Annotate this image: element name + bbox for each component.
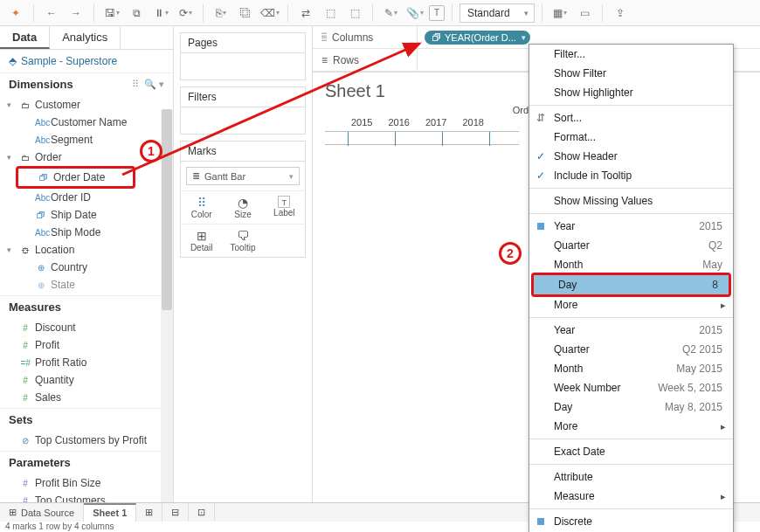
scrollbar-thumb[interactable]	[162, 109, 172, 310]
tab-data[interactable]: Data	[0, 26, 50, 49]
callout-2: 2	[499, 242, 522, 265]
menu-exact-date[interactable]: Exact Date	[529, 442, 733, 461]
mark-type-dropdown[interactable]: ≣Gantt Bar ▾	[186, 167, 300, 185]
share-icon[interactable]: ⇪	[610, 3, 631, 24]
field-customer-name[interactable]: AbcCustomer Name	[0, 114, 173, 131]
measures-header: Measures	[0, 295, 173, 317]
marks-label-button[interactable]: TLabel	[264, 190, 305, 224]
tab-sheet1[interactable]: Sheet 1	[84, 503, 136, 522]
swap-icon[interactable]: ⇄	[295, 3, 316, 24]
menu-format[interactable]: Format...	[529, 128, 733, 147]
columns-icon: ⦙⦙⦙	[321, 31, 327, 44]
pause-updates-icon[interactable]: ⏸	[150, 3, 171, 24]
fit-dropdown[interactable]: Standard	[459, 3, 535, 23]
menu-year-part[interactable]: Year2015	[529, 217, 733, 236]
pill-year-order-date[interactable]: 🗇 YEAR(Order D...	[425, 31, 530, 45]
menu-show-highlighter[interactable]: Show Highlighter	[529, 83, 733, 102]
menu-week-trunc[interactable]: Week NumberWeek 5, 2015	[529, 378, 733, 397]
sort-asc-icon[interactable]: ⬚	[320, 3, 341, 24]
menu-more-part[interactable]: More	[529, 295, 733, 314]
menu-quarter-part[interactable]: QuarterQ2	[529, 236, 733, 255]
menu-filter[interactable]: Filter...	[529, 45, 733, 64]
parameters-header: Parameters	[0, 451, 173, 473]
menu-day-part[interactable]: Day8	[534, 275, 729, 294]
filters-card[interactable]: Filters	[180, 86, 306, 135]
back-icon[interactable]: ←	[41, 3, 62, 24]
new-dashboard-button[interactable]: ⊟	[162, 503, 189, 522]
field-order-id[interactable]: AbcOrder ID	[0, 189, 173, 206]
marks-size-button[interactable]: ◔Size	[222, 190, 263, 224]
detail-icon: ⊞	[181, 229, 222, 243]
field-state[interactable]: ⊕State	[0, 276, 173, 294]
menu-month-part[interactable]: MonthMay	[529, 255, 733, 274]
field-ship-mode[interactable]: AbcShip Mode	[0, 224, 173, 241]
color-icon: ⠿	[181, 196, 222, 210]
menu-more-trunc[interactable]: More	[529, 417, 733, 436]
field-sales[interactable]: #Sales	[0, 389, 173, 406]
menu-show-filter[interactable]: Show Filter	[529, 64, 733, 83]
text-label-icon[interactable]: T	[429, 5, 445, 21]
tableau-logo-icon[interactable]: ✦	[5, 3, 26, 24]
grid-icon: ⊞	[9, 507, 17, 518]
cards-pane: Pages Filters Marks ≣Gantt Bar ▾ ⠿Color …	[174, 26, 313, 502]
new-story-icon: ⊡	[197, 507, 205, 518]
menu-sort[interactable]: ⇵Sort...	[529, 108, 733, 128]
sort-desc-icon[interactable]: ⬚	[344, 3, 365, 24]
new-worksheet-button[interactable]: ⊞	[136, 503, 162, 522]
datasource-row[interactable]: ⬘ Sample - Superstore	[0, 50, 173, 73]
fit-label: Standard	[467, 7, 510, 19]
group-icon[interactable]: 📎	[404, 3, 425, 24]
menu-show-missing[interactable]: Show Missing Values	[529, 191, 733, 211]
field-quantity[interactable]: #Quantity	[0, 371, 173, 389]
new-sheet-icon[interactable]: ⎘	[211, 3, 231, 24]
menu-include-tooltip[interactable]: Include in Tooltip	[529, 166, 733, 185]
field-order-date[interactable]: 🗇Order Date	[18, 169, 133, 186]
new-datasource-icon[interactable]: ⧉	[126, 3, 147, 24]
cards-icon[interactable]: ▦	[549, 3, 570, 24]
data-pane: Data Analytics ⬘ Sample - Superstore Dim…	[0, 26, 174, 502]
datasource-icon: ⬘	[9, 55, 17, 67]
label-icon: T	[278, 196, 290, 208]
menu-measure[interactable]: Measure	[529, 487, 733, 506]
presentation-icon[interactable]: ▭	[574, 3, 595, 24]
callout-1: 1	[140, 140, 162, 162]
save-icon[interactable]: 🖫	[101, 3, 122, 24]
tab-data-source[interactable]: ⊞Data Source	[0, 503, 84, 522]
folder-customer[interactable]: ▾🗀Customer	[0, 96, 173, 114]
duplicate-icon[interactable]: ⿻	[235, 3, 256, 24]
marks-card: Marks ≣Gantt Bar ▾ ⠿Color ◔Size TLabel ⊞…	[180, 141, 306, 258]
sets-header: Sets	[0, 408, 173, 430]
menu-show-header[interactable]: Show Header	[529, 147, 733, 166]
menu-discrete[interactable]: Discrete	[529, 512, 733, 531]
new-sheet-tab-icon: ⊞	[145, 507, 153, 518]
field-country[interactable]: ⊕Country	[0, 259, 173, 276]
menu-day-trunc[interactable]: DayMay 8, 2015	[529, 397, 733, 417]
forward-icon[interactable]: →	[66, 3, 86, 24]
field-profit-ratio[interactable]: =#Profit Ratio	[0, 354, 173, 371]
refresh-icon[interactable]: ⟳	[175, 3, 196, 24]
dimensions-header: Dimensions⠿ 🔍 ▾	[0, 73, 173, 94]
new-story-button[interactable]: ⊡	[189, 503, 215, 522]
gantt-icon: ≣	[192, 170, 200, 182]
marks-tooltip-button[interactable]: 🗨Tooltip	[222, 224, 263, 257]
pill-context-menu: Filter... Show Filter Show Highlighter ⇵…	[529, 44, 734, 532]
tooltip-icon: 🗨	[222, 229, 263, 243]
field-profit[interactable]: #Profit	[0, 336, 173, 354]
menu-attribute[interactable]: Attribute	[529, 467, 733, 487]
highlight-icon[interactable]: ✎	[380, 3, 401, 24]
menu-month-trunc[interactable]: MonthMay 2015	[529, 359, 733, 378]
pages-card[interactable]: Pages	[180, 32, 306, 80]
menu-year-trunc[interactable]: Year2015	[529, 321, 733, 340]
marks-detail-button[interactable]: ⊞Detail	[181, 224, 222, 257]
tab-analytics[interactable]: Analytics	[50, 26, 121, 49]
field-discount[interactable]: #Discount	[0, 319, 173, 336]
folder-location[interactable]: ▾⯐Location	[0, 241, 173, 259]
field-ship-date[interactable]: 🗇Ship Date	[0, 206, 173, 224]
clear-icon[interactable]: ⌫	[259, 3, 280, 24]
dimensions-list: ▾🗀Customer AbcCustomer Name AbcSegment ▾…	[0, 94, 173, 295]
field-top-customers[interactable]: ⊘Top Customers by Profit	[0, 432, 173, 449]
marks-color-button[interactable]: ⠿Color	[181, 190, 222, 224]
param-profit-bin[interactable]: #Profit Bin Size	[0, 474, 173, 492]
new-dashboard-icon: ⊟	[171, 507, 179, 518]
menu-quarter-trunc[interactable]: QuarterQ2 2015	[529, 340, 733, 359]
